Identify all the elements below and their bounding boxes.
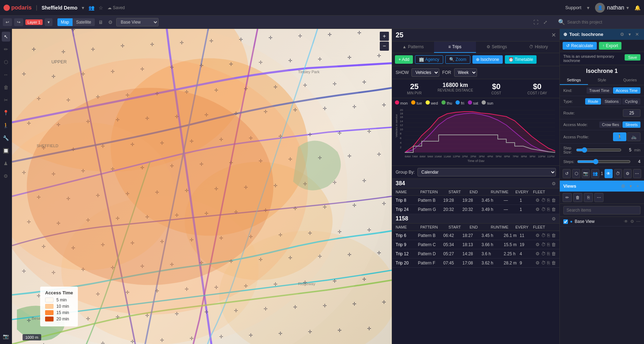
group-by-select[interactable]: Calendar <box>417 168 556 176</box>
iso-gear-btn[interactable]: ⚙ <box>624 169 632 178</box>
route-384-settings[interactable]: ⚙ <box>552 181 556 186</box>
views-settings-btn[interactable]: ⚙ <box>620 183 627 189</box>
sidebar-icon-gear[interactable]: ⚙ <box>1 171 10 181</box>
trip6-copy-btn[interactable]: ⎘ <box>547 233 550 238</box>
sidebar-icon-pin[interactable]: 📍 <box>1 108 11 118</box>
trip9-clock-btn[interactable]: ⏱ <box>541 242 546 247</box>
recalculate-button[interactable]: ↺ Recalculate <box>563 42 597 50</box>
views-add-btn[interactable]: + <box>635 183 640 189</box>
settings-wheel-icon[interactable]: ⚙ <box>107 19 114 26</box>
iso-layers-btn[interactable]: ⬡ <box>572 169 580 178</box>
add-button[interactable]: + Add <box>395 55 413 64</box>
rp-tab-style[interactable]: Style <box>588 76 616 85</box>
sidebar-icon-cut[interactable]: ✂ <box>2 95 10 105</box>
trip8-settings-btn[interactable]: ⚙ <box>535 198 540 203</box>
steps-slider[interactable] <box>577 159 631 164</box>
sidebar-icon-camera[interactable]: 📷 <box>1 331 11 341</box>
sidebar-icon-edit[interactable]: ✏ <box>2 44 10 54</box>
agency-button[interactable]: 🏢 Agency <box>415 55 443 64</box>
trip20-clock-btn[interactable]: ⏱ <box>541 260 546 265</box>
sidebar-icon-measure[interactable]: ↔ <box>1 70 11 80</box>
star-icon[interactable]: ☆ <box>99 5 103 11</box>
sidebar-icon-chess[interactable]: ♟ <box>1 158 10 168</box>
iso-refresh-btn[interactable]: ↺ <box>563 169 571 178</box>
isochrone-button[interactable]: ⊕ Isochrone <box>472 55 503 64</box>
profile-cycling-btn[interactable]: 🚲 <box>627 132 640 141</box>
save-button[interactable]: Save <box>625 54 640 61</box>
views-collapse-btn[interactable]: ▾ <box>628 183 633 189</box>
rp-settings-icon[interactable]: ⚙ <box>619 31 626 38</box>
layer-dropdown[interactable]: ▾ <box>45 18 52 26</box>
timetable-button[interactable]: ⏰ Timetable <box>505 55 537 64</box>
trip24-clock-btn[interactable]: ⏱ <box>541 207 546 212</box>
vehicles-select[interactable]: Vehicles <box>411 68 439 77</box>
rp-close-icon[interactable]: ✕ <box>634 31 640 38</box>
views-search-input[interactable] <box>563 206 640 214</box>
user-dropdown[interactable]: ▾ <box>626 5 629 11</box>
iso-eye-btn[interactable]: 👁 <box>605 169 613 178</box>
trip8-delete-btn[interactable]: 🗑 <box>551 198 556 203</box>
trip9-settings-btn[interactable]: ⚙ <box>535 242 540 247</box>
tab-history[interactable]: ⏱ History <box>518 42 559 53</box>
satellite-tab[interactable]: Satellite <box>73 18 95 26</box>
sidebar-icon-tools[interactable]: 🔧 <box>1 133 11 143</box>
view-item-hide-btn[interactable]: 👁 <box>624 219 628 224</box>
trip24-delete-btn[interactable]: 🗑 <box>551 207 556 212</box>
trip6-clock-btn[interactable]: ⏱ <box>541 233 546 238</box>
iso-more-btn[interactable]: ⋯ <box>633 169 641 178</box>
trip9-delete-btn[interactable]: 🗑 <box>551 242 556 247</box>
sidebar-icon-person[interactable]: 🚶 <box>1 120 11 130</box>
views-edit-btn[interactable]: ✏ <box>563 193 572 202</box>
redo-button[interactable]: ↪ <box>14 18 23 26</box>
trip9-copy-btn[interactable]: ⎘ <box>547 242 550 247</box>
rp-minimize-icon[interactable]: ▾ <box>627 31 632 38</box>
trip12-clock-btn[interactable]: ⏱ <box>541 251 546 256</box>
view-item-settings-btn[interactable]: ⚙ <box>630 219 634 224</box>
type-cycling-btn[interactable]: Cycling <box>622 98 640 105</box>
trip8-copy-btn[interactable]: ⎘ <box>547 198 550 203</box>
kind-access-time-btn[interactable]: Access Time <box>613 87 640 94</box>
trip24-copy-btn[interactable]: ⎘ <box>547 207 550 212</box>
project-title[interactable]: Sheffield Demo <box>42 5 78 11</box>
tab-patterns[interactable]: ▲ Patterns <box>392 42 434 53</box>
undo-button[interactable]: ↩ <box>3 18 12 26</box>
base-view-select[interactable]: Base View <box>116 18 159 26</box>
views-delete-btn[interactable]: 🗑 <box>573 193 582 202</box>
iso-snapshot-btn[interactable]: 📷 <box>582 169 590 178</box>
user-name[interactable]: nathan <box>607 5 624 11</box>
fullscreen-icon[interactable]: ⤢ <box>542 19 549 26</box>
export-button[interactable]: ↑ Export <box>599 42 622 50</box>
trip24-settings-btn[interactable]: ⚙ <box>535 207 540 212</box>
trip6-delete-btn[interactable]: 🗑 <box>551 233 556 238</box>
type-route-btn[interactable]: Route <box>585 98 601 105</box>
kind-travel-time-btn[interactable]: Travel Time <box>587 87 612 94</box>
search-input[interactable] <box>567 20 638 25</box>
trip8-clock-btn[interactable]: ⏱ <box>541 198 546 203</box>
step-size-slider[interactable] <box>576 147 621 153</box>
zoom-in-button[interactable]: + <box>380 32 389 41</box>
close-button[interactable]: ✕ <box>551 32 556 38</box>
zoom-out-button[interactable]: − <box>380 42 389 51</box>
support-dropdown[interactable]: ▾ <box>587 5 589 11</box>
profile-walking-btn[interactable]: 🚶 <box>613 132 626 141</box>
type-stations-btn[interactable]: Stations <box>602 98 621 105</box>
sidebar-icon-grid[interactable]: 🔲 <box>1 146 11 156</box>
iso-group-btn[interactable]: 👥 <box>591 169 599 178</box>
sidebar-icon-cursor[interactable]: ↖ <box>2 32 10 42</box>
support-button[interactable]: Support <box>565 5 582 10</box>
trip20-copy-btn[interactable]: ⎘ <box>547 260 550 265</box>
trip6-settings-btn[interactable]: ⚙ <box>535 233 540 238</box>
users-icon[interactable]: 👥 <box>88 5 94 11</box>
base-view-checkbox[interactable] <box>563 219 568 224</box>
trip12-delete-btn[interactable]: 🗑 <box>551 251 556 256</box>
monitor-icon[interactable]: 🖥 <box>97 19 105 26</box>
dropdown-icon[interactable]: ▾ <box>82 5 84 11</box>
trip12-copy-btn[interactable]: ⎘ <box>547 251 550 256</box>
notifications-icon[interactable]: 🔔 <box>634 5 640 11</box>
trip20-settings-btn[interactable]: ⚙ <box>535 260 540 265</box>
sidebar-icon-route[interactable]: ⬡ <box>2 57 10 67</box>
sidebar-icon-delete[interactable]: 🗑 <box>1 82 11 92</box>
zoom-button[interactable]: 🔍 Zoom <box>445 55 470 64</box>
expand-icon[interactable]: ⛶ <box>532 19 540 26</box>
tab-trips[interactable]: ≡ Trips <box>434 42 476 53</box>
